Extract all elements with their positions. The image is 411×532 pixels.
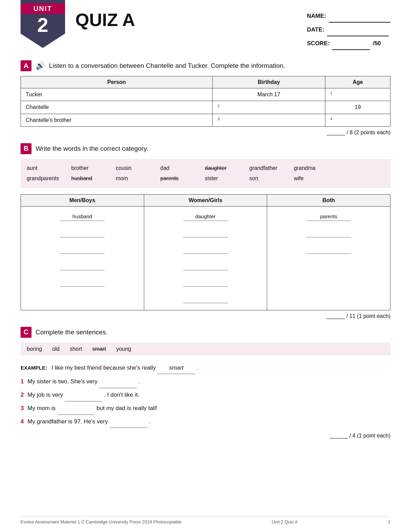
women-answer-5: [183, 279, 228, 287]
women-answer-1: daughter: [183, 213, 228, 221]
birthday-brother: 3: [212, 114, 325, 126]
table-row: Chantelle 2 19: [21, 101, 390, 114]
sentence-3: 3 My mom is but my dad is really tall!: [21, 402, 390, 415]
example-label: EXAMPLE:: [21, 365, 47, 371]
footer-center: Unit 2 Quiz A: [272, 519, 298, 524]
section-b-table: Men/Boys Women/Girls Both husband: [21, 194, 390, 310]
word-bank-col-5: daughter sister: [205, 163, 249, 184]
section-c: C Complete the sentences. boring old sho…: [21, 327, 390, 439]
example-answer-text: smart: [169, 364, 184, 371]
section-a-instruction: Listen to a conversation between Chantel…: [49, 62, 285, 70]
unit-number: 2: [37, 14, 48, 36]
section-b-badge: B: [21, 143, 32, 154]
both-answers: parents: [273, 210, 384, 257]
sentence-1-suffix: .: [138, 378, 140, 385]
sentence-1: 1 My sister is two. She's very .: [21, 375, 390, 388]
word-cousin: cousin: [116, 163, 160, 173]
footer-right: 1: [388, 519, 390, 524]
age-brother: 4: [325, 114, 390, 126]
sentence-4-text: My grandfather is 97. He's very: [27, 418, 108, 425]
women-answer-4: [183, 263, 228, 270]
women-answer-6: [183, 296, 228, 303]
table-row: Chantelle's brother 3 4: [21, 114, 390, 126]
word-old: old: [52, 346, 59, 352]
word-bank-col-3: cousin mom: [116, 163, 160, 184]
word-wife: wife: [294, 173, 338, 184]
birthday-chantelle: 2: [212, 101, 325, 114]
col-women: Women/Girls: [144, 194, 267, 206]
unit-label: UNIT: [21, 3, 65, 14]
num-2: 2: [21, 392, 24, 398]
word-bank-col-4: dad parents: [160, 163, 205, 184]
person-tucker: Tucker: [21, 88, 213, 101]
section-b: B Write the words in the correct categor…: [21, 143, 390, 319]
example-answer-blank: smart: [158, 362, 195, 374]
person-brother: Chantelle's brother: [21, 114, 213, 126]
sentence-2-suffix: . I don't like it.: [104, 392, 139, 398]
audio-icon: 🔊: [36, 61, 45, 70]
section-b-header: B Write the words in the correct categor…: [21, 143, 390, 154]
both-answer-3: [307, 246, 351, 254]
men-answer-1: husband: [60, 213, 104, 221]
word-young: young: [116, 346, 131, 352]
both-cell: parents: [267, 206, 390, 310]
word-bank-col-1: aunt grandparents: [27, 163, 71, 184]
word-grandma: grandma: [294, 163, 338, 173]
unit-block: UNIT 2: [21, 0, 65, 48]
name-score-block: NAME: DATE: SCORE: /50: [307, 10, 390, 50]
word-grandfather: grandfather: [249, 163, 294, 173]
word-sister: sister: [205, 173, 249, 184]
both-answer-2: [307, 230, 351, 237]
sentence-3-text: My mom is: [27, 405, 55, 411]
score-denominator: /50: [373, 38, 381, 49]
section-a: A 🔊 Listen to a conversation between Cha…: [21, 60, 390, 136]
men-answer-5: [60, 279, 104, 287]
word-son: son: [249, 173, 294, 184]
blank-3: [57, 402, 95, 415]
section-b-score: ______ / 11 (1 point each): [21, 313, 390, 319]
date-line: [327, 24, 389, 36]
section-c-badge: C: [21, 327, 32, 338]
sentence-2-text: My job is very: [27, 392, 63, 398]
men-answers: husband: [27, 210, 138, 290]
word-parents: parents: [160, 173, 205, 184]
date-label: DATE:: [307, 24, 324, 36]
section-a-score: ______ / 8 (2 points each): [21, 129, 390, 136]
col-men: Men/Boys: [21, 194, 144, 206]
word-bank-c: boring old short smart young: [21, 343, 390, 356]
word-boring: boring: [27, 346, 42, 352]
section-a-header: A 🔊 Listen to a conversation between Cha…: [21, 60, 390, 71]
section-a-badge: A: [21, 60, 32, 71]
word-dad: dad: [160, 163, 205, 173]
sentence-3-suffix: but my dad is really tall!: [97, 405, 158, 411]
table-row: husband daughter: [21, 206, 390, 310]
col-both: Both: [267, 194, 390, 206]
example-text: I like my best friend because she's real…: [51, 364, 156, 371]
num-3: 3: [21, 405, 24, 411]
blank-4: [110, 416, 147, 428]
table-row: Tucker March 17 1: [21, 88, 390, 101]
blank-2: [65, 389, 102, 401]
women-answer-2: [183, 230, 228, 237]
men-answer-3: [60, 246, 104, 254]
sentences: EXAMPLE: I like my best friend because s…: [21, 362, 390, 428]
word-bank-b: aunt grandparents brother husband cousin…: [21, 159, 390, 188]
men-answer-2: [60, 230, 104, 237]
word-husband: husband: [71, 173, 116, 184]
section-c-instruction: Complete the sentences.: [36, 329, 108, 336]
birthday-tucker: March 17: [212, 88, 325, 101]
women-answers: daughter: [150, 210, 261, 307]
col-age: Age: [325, 76, 390, 88]
age-chantelle: 19: [325, 101, 390, 114]
sentence-4: 4 My grandfather is 97. He's very .: [21, 416, 390, 428]
example-period: .: [197, 364, 198, 371]
page-footer: Evolve Assessment Material 1 © Cambridge…: [21, 516, 390, 524]
word-bank-col-7: grandma wife: [294, 163, 338, 184]
section-b-instruction: Write the words in the correct category.: [36, 145, 148, 152]
word-brother: brother: [71, 163, 116, 173]
section-c-score: ______ / 4 (1 point each): [21, 433, 390, 439]
person-chantelle: Chantelle: [21, 101, 213, 114]
word-smart-strike: smart: [92, 346, 106, 352]
example-line: EXAMPLE: I like my best friend because s…: [21, 362, 390, 374]
page-header: UNIT 2 QUIZ A NAME: DATE: SCORE: /50: [0, 0, 411, 50]
